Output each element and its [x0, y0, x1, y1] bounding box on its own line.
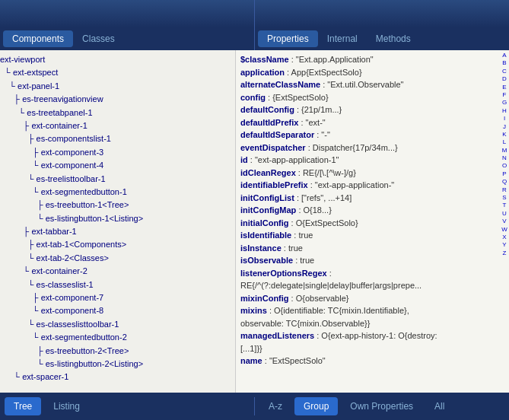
- prop-key: initConfigList: [240, 193, 294, 202]
- tree-item[interactable]: ├ es-treenavigationview: [0, 93, 235, 106]
- prop-val: :: [327, 269, 332, 278]
- tree-panel: ext-viewport └ ext-extspect └ ext-panel-…: [0, 50, 236, 393]
- alpha-letter[interactable]: P: [502, 170, 506, 178]
- alpha-letter[interactable]: X: [502, 234, 506, 241]
- prop-key: managedListeners: [240, 331, 314, 340]
- tree-item[interactable]: └ es-treetabpanel-1: [0, 107, 235, 119]
- alpha-letter[interactable]: G: [502, 99, 507, 107]
- tree-item[interactable]: └ ext-panel-1: [0, 80, 235, 93]
- prop-key: listenerOptionsRegex: [240, 269, 327, 278]
- tree-item[interactable]: ├ es-treebutton-1<Tree>: [0, 199, 235, 212]
- tree-item[interactable]: └ es-classeslist-1: [0, 278, 235, 291]
- alpha-letter[interactable]: J: [503, 123, 506, 131]
- tree-item[interactable]: └ ext-tab-2<Classes>: [0, 252, 235, 265]
- prop-key: mixins: [240, 306, 267, 315]
- tab-internal[interactable]: Internal: [318, 30, 367, 47]
- tree-item[interactable]: ext-viewport: [0, 53, 235, 66]
- tree-item[interactable]: ├ ext-component-7: [0, 291, 235, 304]
- alphabet-sidebar[interactable]: ABCDEFGHIJKLMNOPQRSTUVWXYZ: [500, 50, 509, 393]
- alpha-letter[interactable]: T: [503, 202, 507, 209]
- tabbar-left: Components Classes: [0, 27, 255, 50]
- tree-item[interactable]: ├ ext-tabbar-1: [0, 225, 235, 238]
- alpha-letter[interactable]: L: [503, 138, 506, 146]
- alpha-letter[interactable]: A: [502, 52, 506, 59]
- alpha-letter[interactable]: V: [502, 218, 506, 225]
- main-content: ext-viewport └ ext-extspect └ ext-panel-…: [0, 50, 509, 393]
- tree-item[interactable]: ├ ext-container-1: [0, 119, 235, 132]
- all-button[interactable]: All: [425, 397, 453, 415]
- tree-item[interactable]: └ es-listingbutton-1<Listing>: [0, 212, 235, 225]
- az-button[interactable]: A-z: [259, 397, 291, 415]
- tree-item[interactable]: ├ es-componentslist-1: [0, 132, 235, 145]
- prop-val: : {ExtSpectSolo}: [266, 93, 329, 102]
- prop-key: initialConfig: [240, 218, 289, 228]
- alpha-letter[interactable]: Z: [503, 250, 507, 257]
- alpha-letter[interactable]: H: [502, 107, 507, 115]
- prop-key: $className: [240, 55, 289, 64]
- prop-val: [...1]}}: [240, 344, 262, 353]
- tree-item[interactable]: └ ext-container-2: [0, 265, 235, 278]
- tab-classes[interactable]: Classes: [73, 30, 124, 47]
- alpha-letter[interactable]: F: [503, 91, 507, 99]
- alpha-letter[interactable]: K: [502, 131, 506, 138]
- prop-line: mixinConfig : O{observable}: [240, 292, 497, 305]
- tree-item[interactable]: └ es-classeslisttoolbar-1: [0, 318, 235, 331]
- tabbar-right: Properties Internal Methods: [255, 27, 509, 50]
- alpha-letter[interactable]: W: [501, 226, 507, 234]
- alpha-letter[interactable]: Q: [502, 178, 507, 186]
- prop-val: : ["refs", ...+14]: [294, 193, 352, 202]
- group-button[interactable]: Group: [294, 397, 338, 415]
- prop-val: RE{/^(?:delegate|single|delay|buffer|arg…: [240, 281, 422, 290]
- tab-properties[interactable]: Properties: [258, 30, 318, 47]
- prop-line: initialConfig : O{ExtSpectSolo}: [240, 217, 497, 230]
- tree-item[interactable]: ├ ext-tab-1<Components>: [0, 238, 235, 251]
- alpha-letter[interactable]: Y: [502, 241, 506, 249]
- header-left-title: [0, 0, 254, 27]
- prop-line: managedListeners : O{ext-app-history-1: …: [240, 329, 497, 342]
- prop-val: : "ext-app-application-": [308, 180, 395, 189]
- prop-line: initConfigMap : O{18...}: [240, 204, 497, 217]
- prop-key: isObservable: [240, 256, 293, 265]
- tree-item[interactable]: └ es-treelisttoolbar-1: [0, 173, 235, 186]
- tree-button[interactable]: Tree: [5, 397, 41, 415]
- prop-key: id: [240, 155, 248, 164]
- tab-components[interactable]: Components: [3, 30, 73, 47]
- listing-button[interactable]: Listing: [44, 397, 89, 415]
- tree-item[interactable]: └ es-listingbutton-2<Listing>: [0, 358, 235, 371]
- prop-val: : "ext-": [298, 118, 325, 127]
- tree-item[interactable]: └ ext-component-4: [0, 159, 235, 172]
- alpha-letter[interactable]: C: [502, 68, 507, 75]
- tabbar: Components Classes Properties Internal M…: [0, 27, 509, 50]
- alpha-letter[interactable]: B: [502, 59, 506, 67]
- prop-val: : "-": [314, 130, 330, 139]
- alpha-letter[interactable]: S: [502, 194, 506, 202]
- tree-item[interactable]: ├ es-treebutton-2<Tree>: [0, 345, 235, 358]
- alpha-letter[interactable]: E: [502, 84, 506, 91]
- alpha-letter[interactable]: D: [502, 75, 507, 83]
- prop-val: : Dispatcher{17p/34m...}: [306, 143, 398, 152]
- prop-key: defaultIdSeparator: [240, 130, 314, 139]
- alpha-letter[interactable]: U: [502, 210, 507, 218]
- tree-item[interactable]: └ ext-segmentedbutton-1: [0, 186, 235, 199]
- tab-methods[interactable]: Methods: [367, 30, 420, 47]
- alpha-letter[interactable]: M: [502, 147, 507, 154]
- prop-key: mixinConfig: [240, 294, 289, 303]
- tree-item[interactable]: └ ext-spacer-1: [0, 371, 235, 383]
- alpha-letter[interactable]: O: [502, 162, 507, 170]
- alpha-letter[interactable]: R: [502, 186, 507, 194]
- prop-key: isIdentifiable: [240, 231, 291, 240]
- tree-item[interactable]: └ ext-component-8: [0, 304, 235, 317]
- prop-val: : O{18...}: [296, 205, 331, 215]
- own-properties-button[interactable]: Own Properties: [341, 397, 422, 415]
- tree-item[interactable]: └ ext-extspect: [0, 66, 235, 79]
- prop-key: eventDispatcher: [240, 143, 306, 152]
- prop-val: : "ext-app-application-1": [248, 155, 339, 164]
- prop-val: : "Ext.util.Observable": [320, 80, 403, 89]
- prop-val: : O{identifiable: TC{mixin.Identifiable}…: [267, 306, 409, 315]
- tree-item[interactable]: ├ ext-component-3: [0, 146, 235, 159]
- tree-item[interactable]: └ ext-segmentedbutton-2: [0, 331, 235, 344]
- alpha-letter[interactable]: N: [502, 154, 507, 162]
- alpha-letter[interactable]: I: [504, 115, 505, 123]
- prop-val: : true: [293, 256, 314, 265]
- prop-key: alternateClassName: [240, 80, 320, 89]
